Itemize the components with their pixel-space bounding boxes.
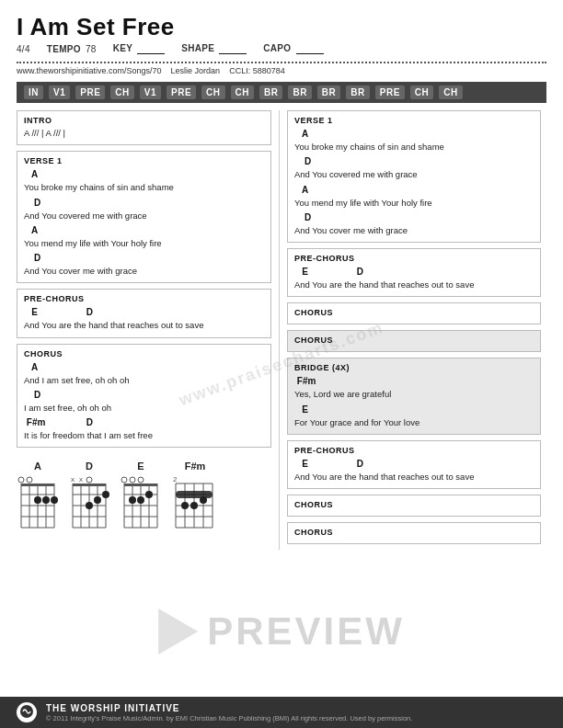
chorus-right2-title: CHORUS bbox=[294, 336, 534, 345]
svg-point-14 bbox=[51, 496, 58, 504]
nav-item-pre-2[interactable]: PRE bbox=[167, 85, 196, 99]
bridge-content: F#m Yes, Lord we are grateful E For Your… bbox=[294, 374, 534, 429]
chord-diagram-D: D x x bbox=[68, 461, 110, 529]
chorus-right1-title: CHORUS bbox=[294, 308, 534, 317]
svg-text:2: 2 bbox=[173, 475, 178, 483]
chord-D1: D bbox=[24, 196, 264, 210]
intro-content: A /// | A /// | bbox=[24, 127, 264, 140]
svg-text:x: x bbox=[79, 475, 83, 483]
chord-diagram-E: E bbox=[120, 461, 162, 529]
svg-point-42 bbox=[130, 477, 135, 483]
chord-D-chorus: D bbox=[24, 388, 264, 402]
footer-info: THE WORSHIP INITIATIVE © 2011 Integrity'… bbox=[46, 703, 412, 722]
svg-text:x: x bbox=[71, 475, 75, 483]
nav-item-pre-1[interactable]: PRE bbox=[75, 85, 105, 99]
divider bbox=[17, 62, 546, 63]
pre-chorus-right2-content: E D And You are the hand that reaches ou… bbox=[294, 457, 534, 483]
tempo-label: TEMPO 78 bbox=[47, 44, 97, 54]
chord-diagram-A-svg bbox=[17, 474, 59, 529]
nav-item-ch-3[interactable]: CH bbox=[231, 85, 254, 99]
time-sig: 4/4 bbox=[17, 44, 30, 54]
nav-item-ch-4[interactable]: CH bbox=[410, 85, 433, 99]
section-pre-chorus-right: PRE-CHORUS E D And You are the hand that… bbox=[287, 248, 541, 297]
svg-point-13 bbox=[42, 496, 50, 504]
footer: THE WORSHIP INITIATIVE © 2011 Integrity'… bbox=[0, 697, 563, 728]
chord-D-r1: D bbox=[294, 154, 534, 168]
chord-Fm-D-chorus: F#m D bbox=[24, 415, 264, 429]
svg-point-11 bbox=[27, 477, 32, 483]
author: Leslie Jordan bbox=[171, 66, 221, 75]
svg-point-45 bbox=[129, 496, 136, 504]
verse1-right-title: VERSE 1 bbox=[294, 116, 534, 125]
footer-org-name: THE WORSHIP INITIATIVE bbox=[46, 703, 412, 713]
svg-point-46 bbox=[137, 496, 144, 504]
section-pre-chorus-left: PRE-CHORUS E D And You are the hand that… bbox=[17, 289, 271, 337]
lyric-1: You broke my chains of sin and shame bbox=[24, 181, 264, 194]
lyric-r4: And You cover me with grace bbox=[294, 224, 534, 237]
right-column: VERSE 1 A You broke my chains of sin and… bbox=[279, 110, 541, 550]
nav-item-br-4[interactable]: BR bbox=[346, 85, 369, 99]
svg-point-30 bbox=[86, 502, 93, 509]
nav-item-ch-5[interactable]: CH bbox=[439, 85, 462, 99]
chord-diagram-A: A bbox=[17, 461, 59, 529]
ccli-label: CCLI: bbox=[229, 66, 250, 75]
lyric-bridge-2: For Your grace and for Your love bbox=[294, 416, 534, 429]
left-column: INTRO A /// | A /// | VERSE 1 A You brok… bbox=[17, 110, 279, 550]
website: www.theworshipinitiative.com/Songs/70 bbox=[17, 66, 162, 75]
chord-A-r2: A bbox=[294, 183, 534, 197]
nav-item-v1-1[interactable]: V1 bbox=[49, 85, 70, 99]
svg-point-12 bbox=[34, 496, 41, 504]
verse1-right-content: A You broke my chains of sin and shame D… bbox=[294, 127, 534, 237]
chorus-left-content: A And I am set free, oh oh oh D I am set… bbox=[24, 360, 264, 443]
header: I Am Set Free 4/4 TEMPO 78 KEY SHAPE CAP… bbox=[0, 0, 563, 58]
lyric-pre-right2: And You are the hand that reaches out to… bbox=[294, 471, 534, 483]
lyric-bridge-1: Yes, Lord we are grateful bbox=[294, 388, 534, 401]
chord-diagram-Fm: F#m 2 bbox=[171, 461, 219, 529]
nav-item-in[interactable]: IN bbox=[24, 85, 43, 99]
section-chorus-left: CHORUS A And I am set free, oh oh oh D I… bbox=[17, 344, 271, 449]
chord-A1: A bbox=[24, 167, 264, 181]
chord-E-bridge: E bbox=[294, 403, 534, 416]
chord-D-r2: D bbox=[294, 210, 534, 224]
nav-item-ch-1[interactable]: CH bbox=[110, 85, 133, 99]
nav-item-v1-2[interactable]: V1 bbox=[140, 85, 161, 99]
section-chorus-right4: CHORUS bbox=[287, 522, 541, 544]
lyric-2: And You covered me with grace bbox=[24, 210, 264, 222]
lyric-3: You mend my life with Your holy fire bbox=[24, 237, 264, 250]
nav-item-br-3[interactable]: BR bbox=[317, 85, 340, 99]
nav-item-pre-3[interactable]: PRE bbox=[375, 85, 405, 99]
key-label: KEY bbox=[113, 43, 166, 54]
chord-E-D-left: E D bbox=[24, 305, 264, 319]
preview-text: PREVIEW bbox=[207, 609, 405, 654]
svg-point-27 bbox=[86, 477, 92, 483]
nav-item-br-1[interactable]: BR bbox=[259, 85, 282, 99]
nav-item-ch-2[interactable]: CH bbox=[201, 85, 224, 99]
preview-watermark: PREVIEW bbox=[158, 609, 405, 654]
content-area: INTRO A /// | A /// | VERSE 1 A You brok… bbox=[0, 110, 563, 550]
lyric-pre-left: And You are the hand that reaches out to… bbox=[24, 319, 264, 332]
lyric-r3: You mend my life with Your holy fire bbox=[294, 197, 534, 210]
lyric-chorus-1: And I am set free, oh oh oh bbox=[24, 374, 264, 387]
svg-point-10 bbox=[18, 477, 24, 483]
song-title: I Am Set Free bbox=[17, 13, 546, 41]
section-chorus-right2: CHORUS bbox=[287, 330, 541, 352]
nav-item-br-2[interactable]: BR bbox=[288, 85, 311, 99]
svg-point-41 bbox=[121, 477, 127, 483]
bridge-title: BRIDGE (4X) bbox=[294, 363, 534, 372]
play-icon bbox=[158, 609, 198, 654]
lyric-chorus-3: It is for freedom that I am set free bbox=[24, 429, 264, 442]
section-chorus-right1: CHORUS bbox=[287, 302, 541, 324]
chord-A-chorus: A bbox=[24, 360, 264, 374]
svg-point-59 bbox=[181, 502, 189, 509]
chord-diagram-D-svg: x x bbox=[68, 474, 110, 529]
chorus-right3-title: CHORUS bbox=[294, 500, 534, 509]
footer-logo-text bbox=[19, 704, 34, 721]
svg-point-28 bbox=[94, 496, 101, 504]
svg-point-60 bbox=[190, 502, 198, 509]
svg-point-43 bbox=[138, 477, 144, 483]
chord-diagrams: A bbox=[17, 453, 271, 533]
shape-label: SHAPE bbox=[181, 43, 247, 54]
footer-copyright: © 2011 Integrity's Praise Music/Admin. b… bbox=[46, 714, 412, 722]
svg-point-61 bbox=[200, 496, 207, 504]
section-chorus-right3: CHORUS bbox=[287, 495, 541, 517]
